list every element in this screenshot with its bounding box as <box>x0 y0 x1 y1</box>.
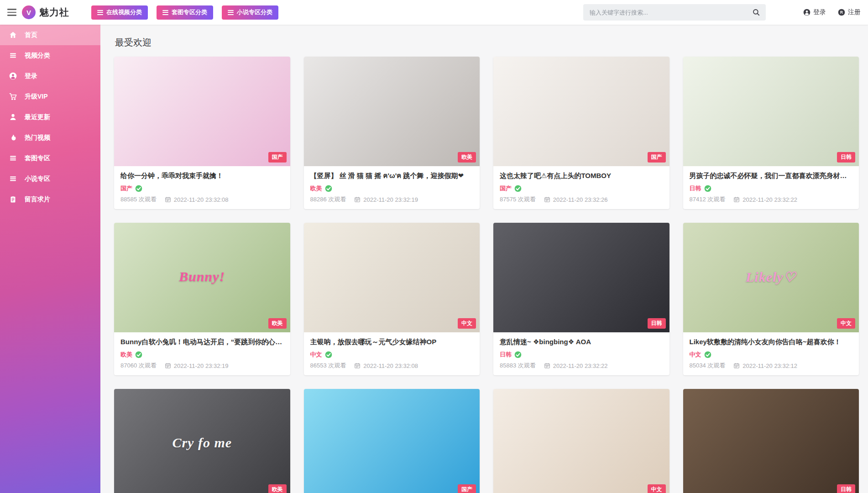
verified-icon <box>135 351 142 358</box>
verified-icon <box>514 351 522 358</box>
sidebar-item-升级VIP[interactable]: 升级VIP <box>0 86 100 107</box>
upload-date: 2022-11-20 23:32:12 <box>743 362 797 369</box>
verified-icon <box>514 185 522 192</box>
user-icon <box>8 113 17 121</box>
category-tag[interactable]: 日韩 <box>500 351 512 359</box>
video-card[interactable]: 国产 <box>304 389 480 493</box>
category-badge: 国产 <box>648 152 666 163</box>
video-thumbnail[interactable]: 日韩 <box>493 223 669 332</box>
register-r-icon: R <box>838 9 845 16</box>
calendar-icon <box>544 362 550 369</box>
sidebar-item-登录[interactable]: 登录 <box>0 66 100 86</box>
video-card[interactable]: 欧美 【竖屏】 丝 滑 猫 猫 摇 ฅ'ω'ฅ 跳个舞，迎接假期❤ 欧美 882… <box>304 57 480 209</box>
video-title[interactable]: 这也太辣了吧⚠有点上头的TOMBOY <box>500 171 663 180</box>
upload-date: 2022-11-20 23:32:22 <box>553 362 608 369</box>
category-tag[interactable]: 国产 <box>500 184 512 193</box>
sidebar-item-留言求片[interactable]: 留言求片 <box>0 189 100 210</box>
upload-date: 2022-11-20 23:32:19 <box>363 196 418 203</box>
verified-icon <box>704 351 711 358</box>
cart-icon <box>8 93 17 100</box>
video-card[interactable]: 日韩 男孩子的忠诚不必怀疑，我们一直都喜欢漂亮身材还贼好的... 日韩 8741… <box>683 57 859 209</box>
category-badge: 欧美 <box>268 318 287 329</box>
video-meta: 87575 次观看 2022-11-20 23:32:26 <box>500 196 663 203</box>
view-count: 87412 次观看 <box>690 195 726 204</box>
video-title[interactable]: Bunny白软小兔叽！电动马达开启，“要跳到你的心里啦~❤” <box>120 337 284 346</box>
header-category-button[interactable]: 套图专区分类 <box>157 5 213 20</box>
user-circle-icon <box>8 72 17 80</box>
video-thumbnail[interactable]: 中文 <box>304 223 480 332</box>
sidebar-item-套图专区[interactable]: 套图专区 <box>0 148 100 168</box>
video-title[interactable]: 意乱情迷~ ❖bingbing❖ AOA <box>500 337 663 346</box>
video-thumbnail[interactable]: Likely♡ 中文 <box>683 223 859 332</box>
sidebar-item-label: 热门视频 <box>25 134 50 142</box>
video-thumbnail[interactable]: 日韩 <box>683 57 859 166</box>
register-link[interactable]: R 注册 <box>838 8 861 16</box>
video-thumbnail[interactable]: 国产 <box>493 57 669 166</box>
view-count: 88286 次观看 <box>310 195 346 204</box>
category-tag[interactable]: 国产 <box>120 184 132 193</box>
video-card[interactable]: 国产 给你一分钟，乖乖对我束手就擒！ 国产 88585 次观看 <box>114 57 290 209</box>
video-thumbnail[interactable]: 中文 <box>493 389 669 493</box>
verified-icon <box>325 351 332 358</box>
sidebar-item-热门视频[interactable]: 热门视频 <box>0 127 100 148</box>
video-thumbnail[interactable]: 日韩 <box>683 389 859 493</box>
video-card[interactable]: 中文 <box>493 389 669 493</box>
video-title[interactable]: 男孩子的忠诚不必怀疑，我们一直都喜欢漂亮身材还贼好的... <box>690 171 853 180</box>
video-title[interactable]: 【竖屏】 丝 滑 猫 猫 摇 ฅ'ω'ฅ 跳个舞，迎接假期❤ <box>310 171 474 180</box>
search-input[interactable] <box>583 4 766 21</box>
video-thumbnail[interactable]: 欧美 <box>304 57 480 166</box>
video-title[interactable]: 给你一分钟，乖乖对我束手就擒！ <box>120 171 284 180</box>
video-card[interactable]: Cry fo me 欧美 <box>114 389 290 493</box>
sidebar-item-label: 升级VIP <box>25 93 48 101</box>
menu-icon[interactable] <box>7 9 16 16</box>
header-category-button[interactable]: 在线视频分类 <box>91 5 148 20</box>
video-card[interactable]: Likely♡ 中文 Likey软敷敷的清纯小女友向你告白咯~超喜欢你！ 中文 … <box>683 223 859 375</box>
category-badge: 日韩 <box>648 318 666 329</box>
sidebar-item-首页[interactable]: 首页 <box>0 25 100 45</box>
sidebar-item-label: 最近更新 <box>25 113 50 121</box>
sidebar-item-最近更新[interactable]: 最近更新 <box>0 107 100 127</box>
category-badge: 中文 <box>837 318 855 329</box>
sidebar-item-视频分类[interactable]: 视频分类 <box>0 45 100 66</box>
category-badge: 欧美 <box>458 152 476 163</box>
upload-date: 2022-11-20 23:32:26 <box>553 196 608 203</box>
video-thumbnail[interactable]: 国产 <box>304 389 480 493</box>
video-thumbnail[interactable]: Bunny! 欧美 <box>114 223 290 332</box>
sidebar-item-label: 首页 <box>25 31 37 39</box>
video-card[interactable]: 日韩 意乱情迷~ ❖bingbing❖ AOA 日韩 85883 次观看 <box>493 223 669 375</box>
category-badge: 日韩 <box>837 484 855 493</box>
video-grid: 国产 给你一分钟，乖乖对我束手就擒！ 国产 88585 次观看 <box>114 57 859 493</box>
video-title[interactable]: 主银呐，放假去哪玩～元气少女缘结神OP <box>310 337 474 346</box>
category-tag[interactable]: 中文 <box>310 351 322 359</box>
view-count: 87060 次观看 <box>120 362 157 370</box>
video-meta: 87060 次观看 2022-11-20 23:32:19 <box>120 362 284 369</box>
video-card[interactable]: 国产 这也太辣了吧⚠有点上头的TOMBOY 国产 87575 次观看 <box>493 57 669 209</box>
sidebar-item-小说专区[interactable]: 小说专区 <box>0 168 100 189</box>
category-tag[interactable]: 日韩 <box>690 184 701 193</box>
calendar-icon <box>165 362 171 369</box>
category-tag[interactable]: 欧美 <box>310 184 322 193</box>
site-logo[interactable]: V 魅力社 <box>22 5 69 19</box>
category-tag[interactable]: 欧美 <box>120 351 132 359</box>
search-icon[interactable] <box>749 5 763 19</box>
video-card[interactable]: 中文 主银呐，放假去哪玩～元气少女缘结神OP 中文 86553 次观看 <box>304 223 480 375</box>
svg-text:R: R <box>840 10 843 15</box>
upload-date: 2022-11-20 23:32:08 <box>174 196 229 203</box>
verified-icon <box>135 185 142 192</box>
video-thumbnail[interactable]: 国产 <box>114 57 290 166</box>
video-thumbnail[interactable]: Cry fo me 欧美 <box>114 389 290 493</box>
view-count: 88585 次观看 <box>120 195 157 204</box>
upload-date: 2022-11-20 23:32:19 <box>174 362 229 369</box>
login-link[interactable]: 登录 <box>803 8 826 16</box>
list-icon <box>8 154 17 162</box>
search-box <box>583 4 766 21</box>
header-nav: 在线视频分类 套图专区分类 小说专区分类 <box>91 5 278 20</box>
video-card[interactable]: 日韩 <box>683 389 859 493</box>
video-card[interactable]: Bunny! 欧美 Bunny白软小兔叽！电动马达开启，“要跳到你的心里啦~❤”… <box>114 223 290 375</box>
sidebar: 首页 视频分类 登录 升级VIP 最近更新 热门视频 套图专区 小说专区 留言求… <box>0 25 100 493</box>
category-tag[interactable]: 中文 <box>690 351 701 359</box>
category-badge: 欧美 <box>268 484 287 493</box>
header-category-button[interactable]: 小说专区分类 <box>222 5 278 20</box>
video-title[interactable]: Likey软敷敷的清纯小女友向你告白咯~超喜欢你！ <box>690 337 853 346</box>
sidebar-item-label: 套图专区 <box>25 154 50 163</box>
